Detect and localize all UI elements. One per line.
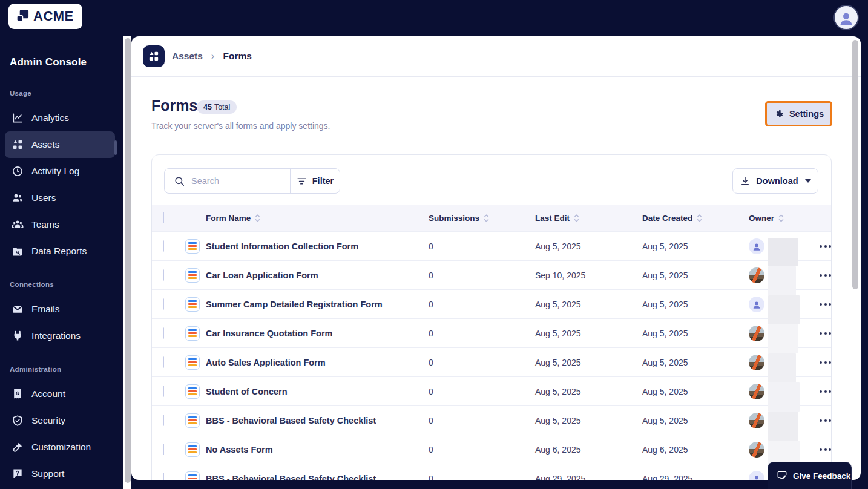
row-checkbox[interactable]	[163, 444, 164, 455]
table-row[interactable]: No Assets Form0Aug 6, 2025Aug 6, 2025	[152, 435, 831, 464]
owner-avatar	[749, 355, 764, 370]
filter-icon	[297, 177, 307, 186]
acme-logo[interactable]: ACME	[8, 4, 82, 29]
row-checkbox[interactable]	[163, 415, 164, 426]
give-feedback-button[interactable]: Give Feedback	[768, 462, 852, 489]
row-actions-button[interactable]	[817, 300, 832, 309]
assets-icon	[148, 50, 160, 62]
table-row[interactable]: BBS - Behavioral Based Safety Checklist0…	[152, 464, 831, 480]
submissions-value: 0	[429, 416, 535, 425]
date-created-value: Aug 29, 2025	[642, 474, 749, 481]
row-actions-button[interactable]	[817, 329, 832, 338]
sidebar-item-customization[interactable]: Customization	[5, 434, 115, 461]
sidebar-section: ConnectionsEmailsIntegrations	[0, 281, 123, 349]
sidebar-item-support[interactable]: Support	[5, 461, 115, 487]
row-checkbox[interactable]	[163, 327, 164, 339]
date-created-value: Aug 5, 2025	[642, 329, 749, 338]
row-actions-button[interactable]	[817, 387, 832, 396]
row-checkbox[interactable]	[163, 386, 164, 397]
sidebar-item-data-reports[interactable]: Data Reports	[5, 238, 115, 264]
row-actions-button[interactable]	[817, 445, 832, 455]
table-row[interactable]: BBS - Behavioral Based Safety Checklist0…	[152, 405, 831, 435]
table-row[interactable]: Auto Sales Application Form0Aug 5, 2025A…	[152, 347, 831, 376]
date-created-value: Aug 5, 2025	[642, 271, 749, 280]
row-checkbox[interactable]	[163, 356, 164, 368]
sidebar-scrollbar-thumb[interactable]	[125, 38, 131, 483]
breadcrumb-assets-link[interactable]: Assets	[172, 51, 203, 62]
row-checkbox[interactable]	[163, 269, 164, 281]
column-header-owner[interactable]: Owner	[749, 214, 809, 223]
row-actions-button[interactable]	[817, 271, 832, 280]
person-icon	[837, 10, 855, 28]
security-icon	[11, 415, 24, 427]
search-filter-group: Filter	[164, 168, 340, 194]
row-actions-button[interactable]	[817, 241, 832, 251]
column-header-date-created[interactable]: Date Created	[642, 214, 749, 223]
breadcrumb-current: Forms	[223, 51, 252, 62]
sidebar-sections: UsageAnalyticsAssetsActivity LogUsersTea…	[0, 90, 123, 487]
sidebar-item-account[interactable]: Account	[5, 381, 115, 407]
total-count-badge: 45 Total	[197, 100, 237, 114]
table-row[interactable]: Car Insurance Quotation Form0Aug 5, 2025…	[152, 318, 831, 347]
main-scrollbar-thumb[interactable]	[852, 40, 858, 289]
gear-icon	[774, 108, 784, 119]
submissions-value: 0	[429, 387, 535, 396]
feedback-icon	[777, 470, 787, 481]
last-edit-value: Aug 5, 2025	[535, 241, 642, 251]
user-avatar[interactable]	[833, 5, 859, 30]
form-name: BBS - Behavioral Based Safety Checklist	[206, 474, 376, 481]
form-icon	[185, 384, 200, 399]
form-icon	[185, 297, 200, 312]
row-checkbox[interactable]	[163, 298, 164, 310]
owner-avatar	[749, 442, 764, 458]
row-actions-button[interactable]	[817, 416, 832, 425]
column-header-last-edit[interactable]: Last Edit	[535, 214, 642, 223]
form-icon	[185, 355, 200, 370]
sidebar-item-label: Account	[31, 389, 65, 399]
last-edit-value: Aug 6, 2025	[535, 445, 642, 455]
table-row[interactable]: Student of Concern0Aug 5, 2025Aug 5, 202…	[152, 376, 831, 405]
download-button[interactable]: Download	[732, 168, 818, 194]
sidebar-item-analytics[interactable]: Analytics	[5, 105, 115, 131]
sidebar-resize-handle[interactable]	[114, 140, 117, 155]
table-row[interactable]: Student Information Collection Form0Aug …	[152, 231, 831, 260]
last-edit-value: Aug 29, 2025	[535, 474, 642, 481]
column-header-submissions[interactable]: Submissions	[429, 214, 535, 223]
row-actions-button[interactable]	[817, 358, 832, 367]
form-name: Car Loan Application Form	[206, 271, 318, 280]
settings-button[interactable]: Settings	[765, 101, 832, 126]
sidebar: Admin Console UsageAnalyticsAssetsActivi…	[0, 36, 123, 489]
sort-icon	[697, 214, 702, 223]
column-header-form-name[interactable]: Form Name	[185, 214, 429, 223]
sidebar-item-emails[interactable]: Emails	[5, 296, 115, 323]
table-row[interactable]: Car Loan Application Form0Sep 10, 2025Au…	[152, 260, 831, 289]
settings-label: Settings	[789, 109, 824, 119]
date-created-value: Aug 5, 2025	[642, 416, 749, 425]
sidebar-item-assets[interactable]: Assets	[5, 131, 115, 158]
sidebar-item-teams[interactable]: Teams	[5, 211, 115, 238]
sidebar-section-label: Connections	[10, 281, 123, 288]
main-panel: Assets › Forms Forms 45 Total Track your…	[131, 36, 861, 480]
row-checkbox[interactable]	[163, 473, 164, 481]
date-created-value: Aug 5, 2025	[642, 300, 749, 309]
sidebar-item-integrations[interactable]: Integrations	[5, 323, 115, 349]
submissions-value: 0	[429, 329, 535, 338]
date-created-value: Aug 5, 2025	[642, 241, 749, 251]
total-count: 45	[203, 103, 212, 111]
account-icon	[11, 388, 24, 401]
row-checkbox[interactable]	[163, 240, 164, 252]
sidebar-item-users[interactable]: Users	[5, 185, 115, 211]
filter-button[interactable]: Filter	[291, 169, 340, 193]
assets-breadcrumb-icon[interactable]	[143, 45, 165, 67]
table-toolbar: Filter Download	[152, 155, 831, 205]
form-name: BBS - Behavioral Based Safety Checklist	[206, 416, 376, 425]
total-label: Total	[214, 103, 230, 111]
sidebar-item-activity-log[interactable]: Activity Log	[5, 158, 115, 185]
sidebar-item-security[interactable]: Security	[5, 407, 115, 434]
search-input[interactable]	[191, 176, 288, 186]
select-all-checkbox[interactable]	[163, 212, 164, 223]
search-icon	[174, 176, 185, 187]
sidebar-item-label: Security	[31, 415, 65, 426]
table-row[interactable]: Summer Camp Detailed Registration Form0A…	[152, 289, 831, 318]
form-icon	[185, 239, 200, 254]
